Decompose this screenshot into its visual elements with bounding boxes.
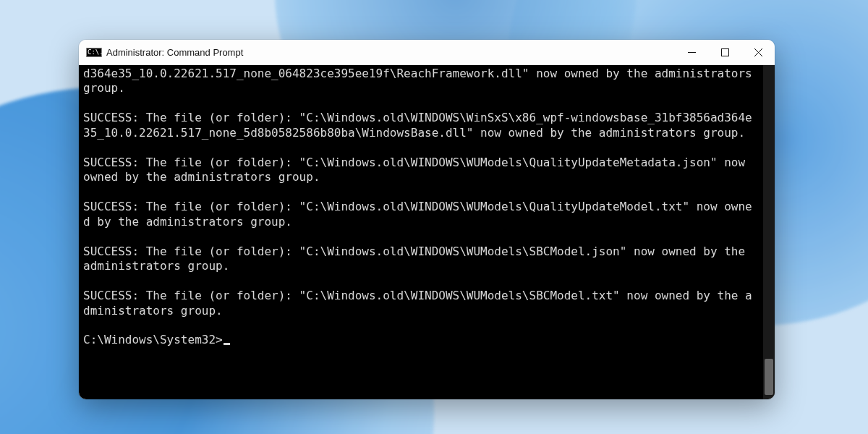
close-icon bbox=[754, 48, 762, 56]
scrollbar[interactable] bbox=[763, 65, 775, 399]
svg-rect-1 bbox=[721, 48, 728, 56]
minimize-icon bbox=[688, 48, 696, 56]
maximize-icon bbox=[721, 48, 729, 56]
scrollbar-thumb[interactable] bbox=[765, 359, 773, 395]
window-title: Administrator: Command Prompt bbox=[106, 47, 675, 58]
desktop-background: C:\. Administrator: Command Prompt d bbox=[0, 0, 868, 434]
titlebar[interactable]: C:\. Administrator: Command Prompt bbox=[79, 40, 775, 65]
terminal-area: d364e35_10.0.22621.517_none_064823ce395e… bbox=[79, 65, 775, 399]
command-prompt-window: C:\. Administrator: Command Prompt d bbox=[79, 40, 775, 399]
cmd-icon: C:\. bbox=[86, 48, 102, 57]
terminal-cursor bbox=[224, 343, 230, 345]
close-button[interactable] bbox=[741, 40, 775, 64]
terminal-prompt: C:\Windows\System32> bbox=[83, 333, 223, 346]
maximize-button[interactable] bbox=[708, 40, 741, 64]
minimize-button[interactable] bbox=[675, 40, 708, 64]
terminal-output[interactable]: d364e35_10.0.22621.517_none_064823ce395e… bbox=[79, 65, 763, 399]
